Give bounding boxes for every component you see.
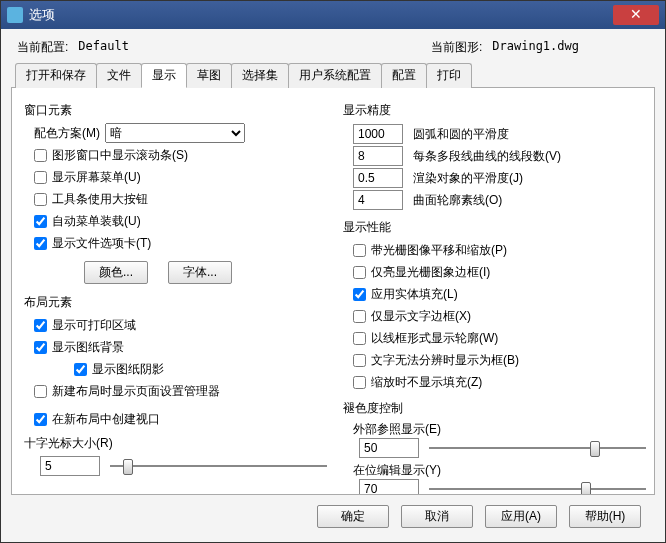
chk-wireframe-silhouette[interactable]: 以线框形式显示轮廓(W) <box>353 330 498 347</box>
chk-text-as-box[interactable]: 文字无法分辨时显示为框(B) <box>353 352 519 369</box>
current-drawing-label: 当前图形: <box>431 39 482 56</box>
ok-button[interactable]: 确定 <box>317 505 389 528</box>
tab-profile[interactable]: 配置 <box>381 63 427 88</box>
xref-fade-slider[interactable] <box>429 438 646 458</box>
group-display-resolution: 显示精度 <box>343 102 646 119</box>
top-info-row: 当前配置: Default 当前图形: Drawing1.dwg <box>11 35 655 62</box>
tab-file[interactable]: 文件 <box>96 63 142 88</box>
group-window-elements: 窗口元素 <box>24 102 327 119</box>
group-crosshair-size: 十字光标大小(R) <box>24 435 327 452</box>
chk-highlight-raster-frame[interactable]: 仅亮显光栅图象边框(I) <box>353 264 490 281</box>
current-config-label: 当前配置: <box>17 39 68 56</box>
chk-large-buttons[interactable]: 工具条使用大按钮 <box>34 191 148 208</box>
group-layout-elements: 布局元素 <box>24 294 327 311</box>
contour-lines-input[interactable] <box>353 190 403 210</box>
tab-strip: 打开和保存 文件 显示 草图 选择集 用户系统配置 配置 打印 <box>11 62 655 88</box>
polyline-segments-input[interactable] <box>353 146 403 166</box>
chk-paper-shadow[interactable]: 显示图纸阴影 <box>74 361 164 378</box>
chk-page-setup-manager[interactable]: 新建布局时显示页面设置管理器 <box>34 383 220 400</box>
fonts-button[interactable]: 字体... <box>168 261 232 284</box>
group-display-performance: 显示性能 <box>343 219 646 236</box>
help-button[interactable]: 帮助(H) <box>569 505 641 528</box>
current-config-value: Default <box>78 39 129 56</box>
options-dialog: 选项 ✕ 当前配置: Default 当前图形: Drawing1.dwg 打开… <box>0 0 666 543</box>
current-drawing-value: Drawing1.dwg <box>492 39 579 56</box>
tab-display[interactable]: 显示 <box>141 63 187 88</box>
close-button[interactable]: ✕ <box>613 5 659 25</box>
arc-smoothness-input[interactable] <box>353 124 403 144</box>
chk-no-fill-on-zoom[interactable]: 缩放时不显示填充(Z) <box>353 374 482 391</box>
chk-text-boundary-only[interactable]: 仅显示文字边框(X) <box>353 308 471 325</box>
chk-screen-menu[interactable]: 显示屏幕菜单(U) <box>34 169 141 186</box>
tab-user-pref[interactable]: 用户系统配置 <box>288 63 382 88</box>
tab-open-save[interactable]: 打开和保存 <box>15 63 97 88</box>
tab-selection[interactable]: 选择集 <box>231 63 289 88</box>
chk-pan-zoom-raster[interactable]: 带光栅图像平移和缩放(P) <box>353 242 507 259</box>
chk-create-viewport[interactable]: 在新布局中创建视口 <box>34 411 160 428</box>
crosshair-size-input[interactable] <box>40 456 100 476</box>
xref-fade-label: 外部参照显示(E) <box>353 421 646 438</box>
render-smoothness-label: 渲染对象的平滑度(J) <box>413 170 523 187</box>
right-column: 显示精度 圆弧和圆的平滑度 每条多段线曲线的线段数(V) 渲染对象的平滑度(J)… <box>339 98 646 490</box>
chk-scrollbars[interactable]: 图形窗口中显示滚动条(S) <box>34 147 188 164</box>
chk-auto-menu-load[interactable]: 自动菜单装载(U) <box>34 213 141 230</box>
apply-button[interactable]: 应用(A) <box>485 505 557 528</box>
group-fade-control: 褪色度控制 <box>343 400 646 417</box>
polyline-segments-label: 每条多段线曲线的线段数(V) <box>413 148 561 165</box>
inplace-fade-slider[interactable] <box>429 479 646 495</box>
contour-lines-label: 曲面轮廓素线(O) <box>413 192 502 209</box>
window-title: 选项 <box>29 6 613 24</box>
arc-smoothness-label: 圆弧和圆的平滑度 <box>413 126 509 143</box>
chk-paper-bg[interactable]: 显示图纸背景 <box>34 339 124 356</box>
color-scheme-label: 配色方案(M) <box>34 125 100 142</box>
colors-button[interactable]: 颜色... <box>84 261 148 284</box>
cancel-button[interactable]: 取消 <box>401 505 473 528</box>
titlebar: 选项 ✕ <box>1 1 665 29</box>
inplace-fade-label: 在位编辑显示(Y) <box>353 462 646 479</box>
inplace-fade-input[interactable] <box>359 479 419 495</box>
crosshair-size-slider[interactable] <box>110 456 327 476</box>
app-icon <box>7 7 23 23</box>
dialog-body: 当前配置: Default 当前图形: Drawing1.dwg 打开和保存 文… <box>1 29 665 542</box>
dialog-footer: 确定 取消 应用(A) 帮助(H) <box>11 495 655 532</box>
tab-draft[interactable]: 草图 <box>186 63 232 88</box>
color-scheme-select[interactable]: 暗 <box>105 123 245 143</box>
chk-apply-solid-fill[interactable]: 应用实体填充(L) <box>353 286 458 303</box>
xref-fade-input[interactable] <box>359 438 419 458</box>
tab-plot[interactable]: 打印 <box>426 63 472 88</box>
tab-panel-display: 窗口元素 配色方案(M) 暗 图形窗口中显示滚动条(S) 显示屏幕菜单(U) 工… <box>11 88 655 495</box>
render-smoothness-input[interactable] <box>353 168 403 188</box>
chk-file-tabs[interactable]: 显示文件选项卡(T) <box>34 235 151 252</box>
left-column: 窗口元素 配色方案(M) 暗 图形窗口中显示滚动条(S) 显示屏幕菜单(U) 工… <box>20 98 327 490</box>
chk-printable-area[interactable]: 显示可打印区域 <box>34 317 136 334</box>
